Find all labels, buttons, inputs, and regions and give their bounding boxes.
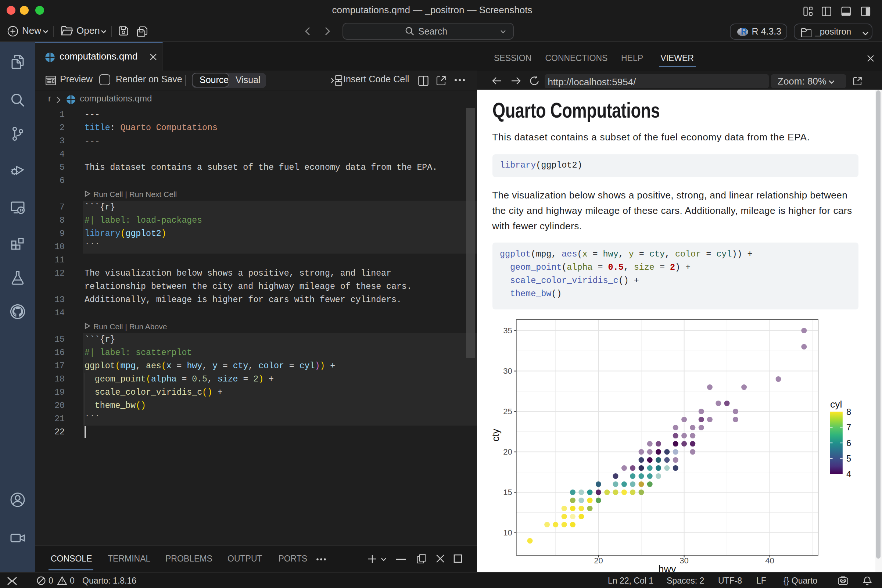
svg-text:30: 30 <box>680 556 688 565</box>
svg-text:20: 20 <box>594 556 603 565</box>
svg-text:30: 30 <box>503 366 512 376</box>
svg-text:cty: cty <box>490 429 501 441</box>
svg-text:7: 7 <box>846 423 851 432</box>
svg-text:6: 6 <box>846 438 851 448</box>
svg-text:40: 40 <box>765 556 774 565</box>
svg-text:25: 25 <box>503 407 512 416</box>
svg-text:8: 8 <box>846 407 851 417</box>
svg-text:20: 20 <box>503 447 512 456</box>
svg-text:35: 35 <box>503 326 512 335</box>
svg-text:5: 5 <box>846 454 851 464</box>
svg-text:4: 4 <box>846 469 851 479</box>
svg-text:10: 10 <box>503 528 512 537</box>
svg-text:cyl: cyl <box>830 399 842 410</box>
svg-text:15: 15 <box>503 488 512 497</box>
svg-text:hwy: hwy <box>658 564 676 572</box>
